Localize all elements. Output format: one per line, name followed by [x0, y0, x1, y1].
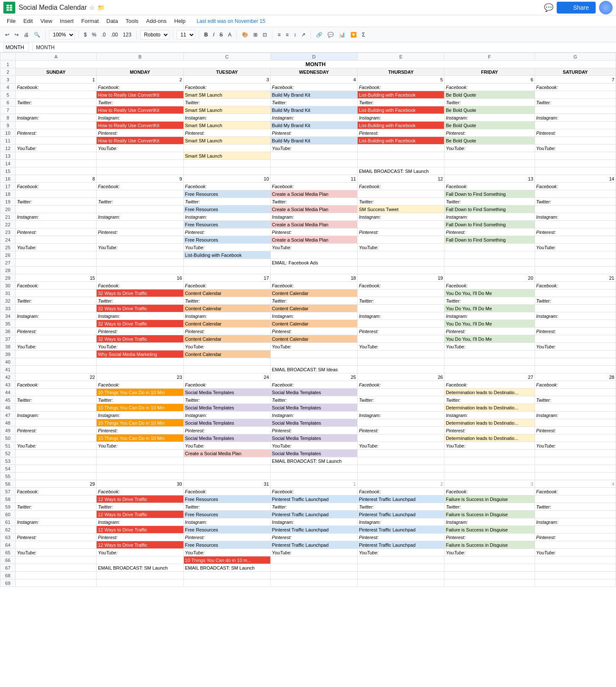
bold-button[interactable]: B — [203, 31, 210, 39]
r10-c[interactable]: Pinterest: — [183, 129, 270, 137]
menu-file[interactable]: File — [3, 16, 19, 26]
r9-c[interactable]: Smart SM Launch — [183, 122, 270, 129]
cell-reference[interactable] — [3, 43, 29, 52]
r5-g[interactable] — [535, 91, 616, 99]
r5-b[interactable]: How to Really Use ConvertKit — [97, 91, 183, 99]
r11-f[interactable]: Be Bold Quote — [444, 137, 535, 145]
col-header-d[interactable]: D — [270, 53, 357, 61]
month-header-cell[interactable]: MONTH — [15, 61, 616, 68]
r9-a[interactable] — [15, 122, 96, 129]
r5-c[interactable]: Smart SM Launch — [183, 91, 270, 99]
day-thursday[interactable]: THURSDAY — [358, 68, 444, 76]
r4-c[interactable]: Facebook: — [183, 83, 270, 91]
decimal-dec-button[interactable]: .0 — [100, 31, 107, 39]
r11-c[interactable]: Smart SM Launch — [183, 137, 270, 145]
day-monday[interactable]: MONDAY — [97, 68, 183, 76]
r5-a[interactable] — [15, 91, 96, 99]
r12-g[interactable]: YouTube: — [535, 145, 616, 152]
strikethrough-button[interactable]: S — [218, 31, 225, 39]
font-select[interactable]: Roboto — [140, 30, 169, 39]
r13-c[interactable]: Smart SM Launch — [183, 152, 270, 160]
align-center[interactable]: ≡ — [284, 31, 290, 39]
r6-e[interactable]: Twitter: — [358, 99, 444, 106]
r11-e[interactable]: List-Building with Facebook — [358, 137, 444, 145]
format123-button[interactable]: 123 — [121, 31, 133, 39]
decimal-inc-button[interactable]: .00 — [109, 31, 119, 39]
r7-a[interactable] — [15, 106, 96, 114]
col-header-a[interactable]: A — [15, 53, 96, 61]
print-button[interactable]: 🖨 — [22, 31, 31, 39]
r9-d[interactable]: Build My Brand Kit — [270, 122, 357, 129]
function-button[interactable]: Σ — [360, 31, 366, 39]
r9-f[interactable]: Be Bold Quote — [444, 122, 535, 129]
fillcolor-button[interactable]: 🎨 — [240, 31, 250, 39]
day-sunday[interactable]: SUNDAY — [15, 68, 96, 76]
folder-icon[interactable]: 📁 — [97, 4, 105, 11]
r10-e[interactable]: Pinterest: — [358, 129, 444, 137]
menu-addons[interactable]: Add-ons — [143, 16, 170, 26]
menu-insert[interactable]: Insert — [56, 16, 77, 26]
r8-a[interactable]: Instagram: — [15, 114, 96, 122]
r4-e[interactable]: Facebook: — [358, 83, 444, 91]
spellcheck-button[interactable]: 🔍 — [32, 31, 42, 39]
r9-e[interactable]: List-Building with Facebook — [358, 122, 444, 129]
text-wrap[interactable]: ↕ — [292, 31, 298, 39]
menu-data[interactable]: Data — [103, 16, 121, 26]
day-friday[interactable]: FRIDAY — [444, 68, 535, 76]
r11-g[interactable] — [535, 137, 616, 145]
r8-c[interactable]: Instagram: — [183, 114, 270, 122]
r8-f[interactable]: Instagram: — [444, 114, 535, 122]
date-6[interactable]: 6 — [444, 76, 535, 83]
r4-g[interactable]: Facebook: — [535, 83, 616, 91]
r8-b[interactable]: Instagram: — [97, 114, 183, 122]
r12-e[interactable] — [358, 145, 444, 152]
r11-d[interactable]: Build My Brand Kit — [270, 137, 357, 145]
chart-button[interactable]: 📊 — [337, 31, 347, 39]
r7-f[interactable]: Be Bold Quote — [444, 106, 535, 114]
col-header-c[interactable]: C — [183, 53, 270, 61]
r6-f[interactable]: Twitter: — [444, 99, 535, 106]
col-header-g[interactable]: G — [535, 53, 616, 61]
r10-a[interactable]: Pinterest: — [15, 129, 96, 137]
col-header-e[interactable]: E — [358, 53, 444, 61]
r10-g[interactable]: Pinterest: — [535, 129, 616, 137]
r5-d[interactable]: Build My Brand Kit — [270, 91, 357, 99]
redo-button[interactable]: ↪ — [13, 31, 20, 39]
menu-view[interactable]: View — [37, 16, 55, 26]
r10-f[interactable]: Pinterest: — [444, 129, 535, 137]
r6-d[interactable]: Twitter: — [270, 99, 357, 106]
date-12[interactable]: 12 — [358, 175, 444, 183]
r7-e[interactable]: List-Building with Facebook — [358, 106, 444, 114]
align-left[interactable]: ≡ — [276, 31, 282, 39]
date-9[interactable]: 9 — [97, 175, 183, 183]
italic-button[interactable]: I — [211, 31, 216, 39]
r9-b[interactable]: How to Really Use ConvertKit — [97, 122, 183, 129]
currency-button[interactable]: $ — [82, 31, 89, 39]
textcolor-button[interactable]: A — [226, 31, 233, 39]
date-13[interactable]: 13 — [444, 175, 535, 183]
r8-d[interactable]: Instagram: — [270, 114, 357, 122]
date-4[interactable]: 4 — [270, 76, 357, 83]
date-1[interactable]: 1 — [15, 76, 96, 83]
comment-button[interactable]: 💬 — [326, 31, 336, 39]
day-wednesday[interactable]: WEDNESDAY — [270, 68, 357, 76]
date-3[interactable]: 3 — [183, 76, 270, 83]
r4-f[interactable]: Facebook: — [444, 83, 535, 91]
r12-c[interactable] — [183, 145, 270, 152]
col-header-b[interactable]: B — [97, 53, 183, 61]
r7-b[interactable]: How to Really Use ConvertKit — [97, 106, 183, 114]
date-2[interactable]: 2 — [97, 76, 183, 83]
r12-b[interactable]: YouTube: — [97, 145, 183, 152]
r9-g[interactable] — [535, 122, 616, 129]
star-icon[interactable]: ☆ — [89, 4, 95, 11]
filter-button[interactable]: 🔽 — [349, 31, 358, 39]
zoom-select[interactable]: 100% — [49, 30, 75, 39]
share-button[interactable]: 👤 Share — [557, 2, 596, 14]
date-8[interactable]: 8 — [15, 175, 96, 183]
r7-c[interactable]: Smart SM Launch — [183, 106, 270, 114]
r8-g[interactable]: Instagram: — [535, 114, 616, 122]
date-5[interactable]: 5 — [358, 76, 444, 83]
r7-g[interactable] — [535, 106, 616, 114]
menu-tools[interactable]: Tools — [122, 16, 142, 26]
r15-e-email[interactable]: EMAIL BROADCAST: SM Launch — [358, 167, 444, 175]
